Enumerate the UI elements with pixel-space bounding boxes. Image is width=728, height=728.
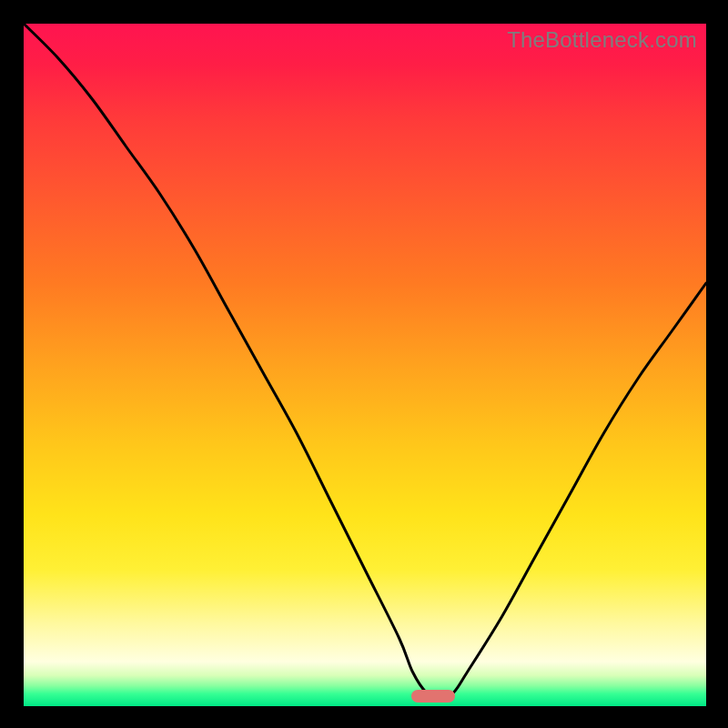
chart-frame: TheBottleneck.com: [0, 0, 728, 728]
curve-svg: [24, 24, 706, 706]
bottleneck-curve: [24, 24, 706, 700]
optimal-marker: [411, 690, 455, 703]
plot-area: TheBottleneck.com: [24, 24, 706, 706]
